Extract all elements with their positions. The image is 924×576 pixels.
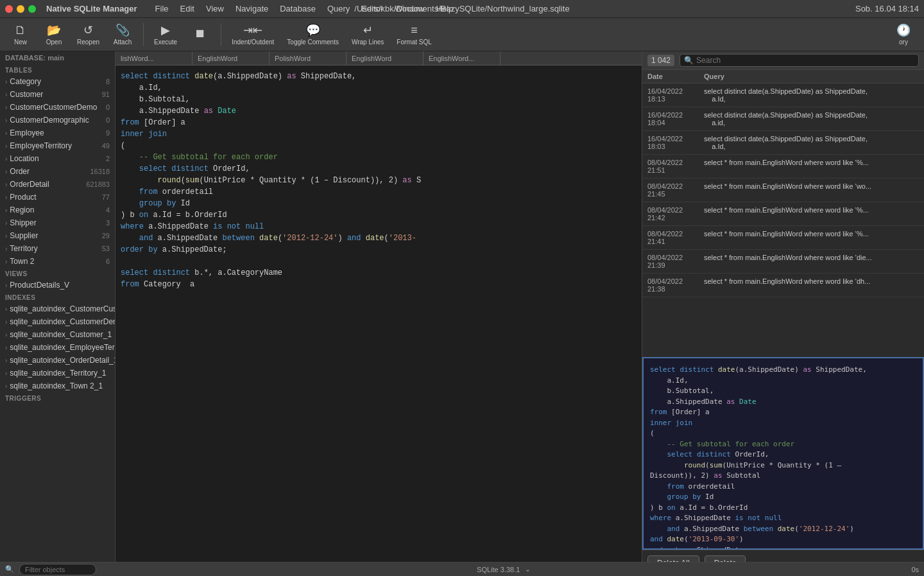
sidebar-item-productdetails[interactable]: ›ProductDetails_V (0, 279, 115, 292)
idx2-label: sqlite_autoindex_CustomerDemographic_1 (10, 317, 116, 326)
location-label: Location (10, 154, 38, 163)
db-header: DATABASE: main (0, 51, 115, 64)
new-label: New (14, 39, 27, 46)
history-item[interactable]: 08/04/202221:41 select * from main.Engli… (642, 226, 924, 250)
views-header: VIEWS (0, 268, 115, 279)
history-item[interactable]: 16/04/202218:13 select distinct date(a.S… (642, 83, 924, 107)
open-label: Open (46, 39, 62, 46)
sidebar-item-employeeterritory[interactable]: ›EmployeeTerritory 49 (0, 139, 115, 152)
sidebar-item-shipper[interactable]: ›Shipper 3 (0, 216, 115, 229)
reopen-label: Reopen (77, 39, 99, 46)
idx4-label: sqlite_autoindex_EmployeeTerritory_1 (10, 343, 116, 352)
sidebar-item-territory[interactable]: ›Territory 53 (0, 242, 115, 255)
menu-database[interactable]: Database (275, 3, 321, 15)
search-input[interactable] (696, 56, 914, 65)
sidebar-item-customerdemographic[interactable]: ›CustomerDemographic 0 (0, 114, 115, 127)
wrap-lines-button[interactable]: ↵ Wrap Lines (346, 21, 389, 48)
history-item[interactable]: 16/04/202218:03 select distinct date(a.S… (642, 131, 924, 155)
minimize-button[interactable] (17, 5, 24, 13)
toggle-comments-label: Toggle Comments (287, 39, 339, 46)
history-label: ory (899, 39, 908, 46)
execute-button[interactable]: ▶ Execute (149, 21, 182, 48)
sidebar-item-idx6[interactable]: ›sqlite_autoindex_Territory_1 (0, 367, 115, 380)
chevron-icon: › (5, 104, 7, 111)
od-label: OrderDetail (10, 180, 49, 189)
chevron-icon: › (5, 91, 7, 98)
col-header-2: EnglishWord (193, 51, 270, 65)
sidebar-item-supplier[interactable]: ›Supplier 29 (0, 229, 115, 242)
sidebar-item-idx5[interactable]: ›sqlite_autoindex_OrderDetail_1 (0, 354, 115, 367)
sidebar-item-idx2[interactable]: ›sqlite_autoindex_CustomerDemographic_1 (0, 315, 115, 328)
reopen-button[interactable]: ↺ Reopen (72, 21, 105, 48)
toggle-comments-button[interactable]: 💬 Toggle Comments (282, 21, 344, 48)
history-query: select distinct date(a.ShippedDate) as S… (704, 87, 919, 103)
code-line: round(sum(UnitPrice * Quantity * (1 – Di… (121, 175, 637, 186)
history-query: select * from main.EnglishWord where wor… (704, 254, 919, 261)
history-button[interactable]: 🕐 ory (888, 21, 919, 48)
sidebar-item-idx1[interactable]: ›sqlite_autoindex_CustomerCustomerDemo_1 (0, 302, 115, 315)
product-label: Product (10, 193, 36, 202)
attach-label: Attach (114, 39, 132, 46)
menu-query[interactable]: Query (322, 3, 355, 15)
menu-file[interactable]: File (150, 3, 174, 15)
supplier-count: 29 (102, 232, 110, 240)
sidebar-item-product[interactable]: ›Product 77 (0, 191, 115, 204)
history-item[interactable]: 08/04/202221:42 select * from main.Engli… (642, 202, 924, 226)
et-count: 49 (102, 142, 110, 150)
close-button[interactable] (5, 5, 13, 13)
idx7-label: sqlite_autoindex_Town 2_1 (10, 381, 103, 390)
history-query: select * from main.EnglishWord where wor… (704, 206, 919, 214)
sidebar-item-customer[interactable]: ›Customer 91 (0, 88, 115, 101)
new-button[interactable]: 🗋 New (5, 21, 36, 48)
chevron-icon: › (5, 181, 7, 188)
traffic-lights (5, 5, 36, 13)
chevron-icon: › (5, 370, 7, 377)
code-editor[interactable]: select distinct date(a.ShippedDate) as S… (116, 65, 642, 576)
code-line: select distinct OrderId, (121, 163, 637, 175)
history-item[interactable]: 08/04/202221:38 select * from main.Engli… (642, 274, 924, 297)
chevron-icon: › (5, 357, 7, 364)
menu-edit[interactable]: Edit (175, 3, 200, 15)
attach-button[interactable]: 📎 Attach (107, 21, 138, 48)
indent-button[interactable]: ⇥⇤ Indent/Outdent (227, 21, 279, 48)
order-count: 16318 (90, 168, 110, 175)
stop-button[interactable]: ⏹ (185, 24, 216, 44)
sidebar-item-orderdetail[interactable]: ›OrderDetail 621883 (0, 178, 115, 191)
chevron-icon: › (5, 232, 7, 240)
history-query: select * from main.EnglishWord where wor… (704, 182, 919, 190)
maximize-button[interactable] (28, 5, 36, 13)
shipper-count: 3 (106, 219, 110, 227)
format-sql-button[interactable]: ≡ Format SQL (391, 21, 436, 48)
sidebar-item-location[interactable]: ›Location 2 (0, 152, 115, 165)
history-item[interactable]: 08/04/202221:45 select * from main.Engli… (642, 179, 924, 202)
code-line: b.Subtotal, (121, 94, 637, 105)
sidebar-item-order[interactable]: ›Order 16318 (0, 165, 115, 178)
filter-input[interactable] (19, 564, 96, 575)
territory-count: 53 (102, 245, 110, 252)
code-line: where a.ShippedDate is not null (121, 221, 637, 232)
history-item[interactable]: 08/04/202221:51 select * from main.Engli… (642, 155, 924, 179)
search-box[interactable]: 🔍 (680, 54, 919, 67)
menu-view[interactable]: View (201, 3, 229, 15)
code-line: select distinct date(a.ShippedDate) as S… (121, 71, 637, 82)
chevron-icon: › (5, 245, 7, 252)
open-button[interactable]: 📂 Open (38, 21, 69, 48)
col-header-5: EnglishWord... (424, 51, 501, 65)
code-line: -- Get subtotal for each order (121, 152, 637, 163)
menu-navigate[interactable]: Navigate (230, 3, 273, 15)
sidebar-item-category[interactable]: ›Category 8 (0, 75, 115, 88)
sidebar-item-idx4[interactable]: ›sqlite_autoindex_EmployeeTerritory_1 (0, 341, 115, 354)
sidebar-item-idx7[interactable]: ›sqlite_autoindex_Town 2_1 (0, 380, 115, 392)
sidebar-item-town2[interactable]: ›Town 2 6 (0, 255, 115, 268)
sidebar-item-customercustomerdemo[interactable]: ›CustomerCustomerDemo 0 (0, 101, 115, 114)
supplier-label: Supplier (10, 231, 38, 240)
history-item[interactable]: 08/04/202221:39 select * from main.Engli… (642, 250, 924, 274)
customer-label: Customer (10, 90, 43, 99)
sidebar-item-idx3[interactable]: ›sqlite_autoindex_Customer_1 (0, 328, 115, 341)
chevron-icon: › (5, 344, 7, 351)
code-line: ) b on a.Id = b.OrderId (121, 209, 637, 221)
new-icon: 🗋 (15, 24, 26, 37)
sidebar-item-region[interactable]: ›Region 4 (0, 204, 115, 216)
sidebar-item-employee[interactable]: ›Employee 9 (0, 127, 115, 139)
history-item[interactable]: 16/04/202218:04 select distinct date(a.S… (642, 107, 924, 131)
